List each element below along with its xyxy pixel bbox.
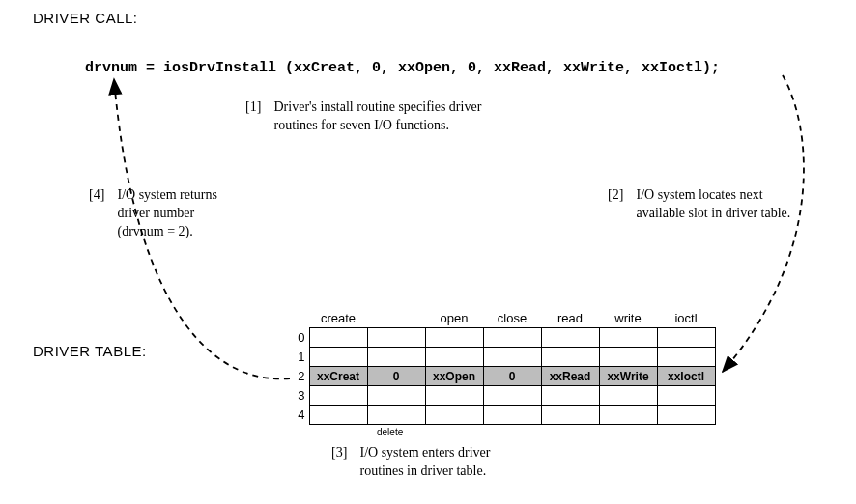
cell-read: xxRead: [541, 367, 599, 386]
step-4-num: [4]: [89, 186, 114, 205]
step-1-num: [1]: [245, 98, 271, 117]
step-2-text: I/O system locates next available slot i…: [637, 186, 791, 223]
step-4: [4] I/O system returns driver number (dr…: [89, 186, 282, 241]
step-4-text: I/O system returns driver number (drvnum…: [118, 186, 217, 241]
table-row: 1: [290, 348, 715, 367]
col-blank: [367, 309, 425, 328]
table-row: 0: [290, 328, 715, 348]
row-index-3: 3: [290, 386, 309, 406]
cell-create: xxCreat: [309, 367, 367, 386]
table-row-filled: 2 xxCreat 0 xxOpen 0 xxRead xxWrite xxIo…: [290, 367, 715, 386]
code-line: drvnum = iosDrvInstall (xxCreat, 0, xxOp…: [85, 60, 720, 76]
step-3-text: I/O system enters driver routines in dri…: [360, 444, 491, 481]
row-index-1: 1: [290, 348, 309, 367]
cell-blank: 0: [367, 367, 425, 386]
table-row: 3: [290, 386, 715, 406]
step-2: [2] I/O system locates next available sl…: [608, 186, 840, 223]
col-open: open: [425, 309, 483, 328]
step-3: [3] I/O system enters driver routines in…: [331, 444, 621, 481]
cell-close: 0: [483, 367, 541, 386]
row-index-2: 2: [290, 367, 309, 386]
driver-table-wrap: create open close read write ioctl 0 1 2…: [290, 309, 716, 425]
cell-open: xxOpen: [425, 367, 483, 386]
row-index-0: 0: [290, 328, 309, 348]
delete-label: delete: [377, 427, 403, 437]
arrow-code-to-table: [723, 75, 804, 372]
col-read: read: [541, 309, 599, 328]
row-index-4: 4: [290, 406, 309, 425]
col-create: create: [309, 309, 367, 328]
table-header-row: create open close read write ioctl: [290, 309, 715, 328]
cell-ioctl: xxIoctl: [657, 367, 715, 386]
col-close: close: [483, 309, 541, 328]
col-write: write: [599, 309, 657, 328]
cell-write: xxWrite: [599, 367, 657, 386]
heading-driver-table: DRIVER TABLE:: [33, 343, 147, 359]
col-ioctl: ioctl: [657, 309, 715, 328]
heading-driver-call: DRIVER CALL:: [33, 10, 138, 26]
step-2-num: [2]: [608, 186, 633, 205]
step-1: [1] Driver's install routine specifies d…: [245, 98, 593, 135]
driver-table: create open close read write ioctl 0 1 2…: [290, 309, 716, 425]
step-3-num: [3]: [331, 444, 357, 462]
table-row: 4: [290, 406, 715, 425]
step-1-text: Driver's install routine specifies drive…: [274, 98, 482, 135]
